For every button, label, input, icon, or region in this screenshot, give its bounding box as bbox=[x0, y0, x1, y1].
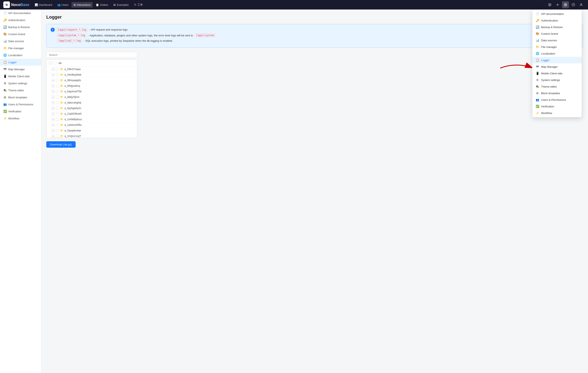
row-expand-btn[interactable]: + bbox=[52, 123, 55, 127]
row-expand-btn[interactable]: + bbox=[52, 129, 55, 132]
tree-row[interactable]: + 📁 a_0j6tg78jxrh bbox=[46, 94, 137, 100]
dropdown-item-workflow[interactable]: ⚡ Workflow bbox=[532, 110, 582, 116]
row-expand-btn[interactable]: + bbox=[52, 73, 55, 76]
row-checkbox[interactable] bbox=[56, 73, 59, 76]
row-expand-btn[interactable]: + bbox=[52, 118, 55, 121]
search-input[interactable] bbox=[46, 52, 137, 58]
sidebar-item-mobile-client[interactable]: 📱 Mobile Client-side bbox=[0, 73, 41, 80]
tree-row[interactable]: + 📁 a_1vh9d6p6uvz bbox=[46, 117, 137, 122]
tree-row[interactable]: + 📁 a_03kr2i7aspu bbox=[46, 66, 137, 72]
user-button[interactable] bbox=[578, 1, 585, 8]
tree-row[interactable]: + 📁 a_0apohzef75b bbox=[46, 89, 137, 94]
dropdown-item-users-permissions[interactable]: 👥 Users & Permissions bbox=[532, 96, 582, 103]
row-checkbox[interactable] bbox=[56, 68, 59, 71]
dropdown-item-api-docs[interactable]: 📄 API documentation bbox=[532, 10, 582, 17]
tree-row[interactable]: + 📁 a_06hrywqiq0c bbox=[46, 78, 137, 83]
download-button[interactable]: Download (.tar.gz) bbox=[46, 141, 76, 148]
mobile-client-dropdown-icon: 📱 bbox=[536, 72, 539, 75]
row-expand-btn[interactable]: + bbox=[52, 95, 55, 99]
file-manager-dropdown-label: File manager bbox=[541, 45, 557, 49]
nav-item-dashboard[interactable]: 📊 Dashboard bbox=[33, 2, 54, 8]
sidebar-item-authentication[interactable]: 🔑 Authentication bbox=[0, 17, 41, 23]
dropdown-item-map-manager[interactable]: 🗺 Map Manager bbox=[532, 63, 582, 70]
app-logo[interactable]: N NocoBase bbox=[3, 1, 29, 8]
map-manager-icon: 🗺 bbox=[3, 68, 7, 71]
code-tag-2: [app]/system_*.log bbox=[57, 33, 87, 37]
row-expand-btn[interactable]: + bbox=[52, 90, 55, 93]
sidebar-item-users-permissions[interactable]: 👥 Users & Permissions bbox=[0, 101, 41, 108]
tree-item-label: a_1vh9d6p6uvz bbox=[64, 118, 82, 121]
sidebar-item-custom-brand[interactable]: 🎨 Custom brand bbox=[0, 31, 41, 38]
nav-item-workorder[interactable]: ⏱ 工单 bbox=[132, 2, 145, 8]
sidebar-item-system-settings[interactable]: ⚙ System settings bbox=[0, 80, 41, 87]
nav-item-orders[interactable]: 📋 Orders bbox=[94, 2, 110, 8]
sidebar-item-logger[interactable]: 📋 Logger bbox=[0, 59, 41, 66]
dropdown-item-custom-brand[interactable]: 🎨 Custom brand bbox=[532, 30, 582, 37]
sidebar-item-api-docs[interactable]: 📄 API documentation bbox=[0, 10, 41, 17]
block-templates-dropdown-label: Block templates bbox=[541, 92, 560, 95]
dropdown-item-file-manager[interactable]: 📁 File manager bbox=[532, 44, 582, 50]
nav-item-users[interactable]: 👥 Users bbox=[55, 2, 71, 8]
tree-header-label: All bbox=[58, 62, 61, 65]
dropdown-item-mobile-client[interactable]: 📱 Mobile Client-side bbox=[532, 70, 582, 77]
help-button[interactable] bbox=[570, 1, 577, 8]
sidebar-item-file-manager[interactable]: 📁 File manager bbox=[0, 45, 41, 52]
workflow-icon: ⚡ bbox=[3, 117, 7, 120]
sidebar-item-backup-restore[interactable]: 🔄 Backup & Restore bbox=[0, 23, 41, 31]
row-expand-btn[interactable]: + bbox=[52, 107, 55, 110]
settings-button[interactable] bbox=[562, 1, 569, 8]
svg-point-3 bbox=[581, 3, 582, 5]
dropdown-item-backup-restore[interactable]: 🔄 Backup & Restore bbox=[532, 24, 582, 30]
row-expand-btn[interactable]: + bbox=[52, 79, 55, 82]
code-tag-2b: [app]/system bbox=[195, 33, 215, 37]
plugin-button[interactable] bbox=[546, 1, 553, 8]
sidebar-item-verification[interactable]: ✅ Verification bbox=[0, 108, 41, 115]
row-checkbox[interactable] bbox=[56, 129, 59, 132]
tree-checkbox-all[interactable] bbox=[54, 62, 57, 64]
row-checkbox[interactable] bbox=[56, 90, 59, 93]
tree-row[interactable]: + 📁 a_2iyyqakukqe bbox=[46, 128, 137, 134]
tree-row[interactable]: + 📁 a_1ydshcw5f9u bbox=[46, 122, 137, 128]
dropdown-item-localization[interactable]: 🌐 Localization bbox=[532, 50, 582, 57]
tree-row[interactable]: + 📁 a_12p825ftmk5 bbox=[46, 111, 137, 117]
tree-row[interactable]: + 📁 a_2n2pnc1xyi7 bbox=[46, 134, 137, 138]
dropdown-item-data-sources[interactable]: 📊 Data sources bbox=[532, 37, 582, 44]
row-checkbox[interactable] bbox=[56, 101, 59, 104]
sidebar-item-theme-editor[interactable]: 🎭 Theme editor bbox=[0, 87, 41, 94]
nav-item-examples[interactable]: 🏛 Examples bbox=[111, 2, 131, 8]
tree-row[interactable]: + 📁 a_06rijynebnq bbox=[46, 83, 137, 89]
dropdown-item-block-templates[interactable]: ⊞ Block templates bbox=[532, 90, 582, 96]
sidebar-item-map-manager[interactable]: 🗺 Map Manager bbox=[0, 66, 41, 73]
row-expand-btn[interactable]: + bbox=[52, 112, 55, 115]
row-checkbox[interactable] bbox=[56, 135, 59, 137]
tree-row[interactable]: + 📁 a_0qkzcahg0ql bbox=[46, 100, 137, 105]
sidebar-item-block-templates[interactable]: ⊞ Block templates bbox=[0, 94, 41, 101]
row-checkbox[interactable] bbox=[56, 96, 59, 99]
sidebar-item-data-sources[interactable]: 📊 Data sources bbox=[0, 38, 41, 45]
row-checkbox[interactable] bbox=[56, 79, 59, 82]
pin-button[interactable] bbox=[554, 1, 561, 8]
custom-brand-dropdown-label: Custom brand bbox=[541, 32, 558, 35]
row-checkbox[interactable] bbox=[56, 118, 59, 121]
system-settings-icon: ⚙ bbox=[3, 82, 7, 85]
tree-row[interactable]: + 📁 a_04z9fey0hdk bbox=[46, 72, 137, 78]
row-expand-btn[interactable]: + bbox=[52, 68, 55, 71]
row-checkbox[interactable] bbox=[56, 107, 59, 110]
sidebar-item-localization[interactable]: 🌐 Localization bbox=[0, 52, 41, 59]
dropdown-item-authentication[interactable]: 🔑 Authentication bbox=[532, 17, 582, 24]
dropdown-item-system-settings[interactable]: ⚙ System settings bbox=[532, 77, 582, 83]
dropdown-item-logger[interactable]: 📋 Logger bbox=[532, 57, 582, 63]
row-expand-btn[interactable]: + bbox=[52, 84, 55, 88]
custom-brand-icon: 🎨 bbox=[3, 32, 7, 36]
dropdown-item-verification[interactable]: ✅ Verification bbox=[532, 103, 582, 110]
row-checkbox[interactable] bbox=[56, 124, 59, 126]
sidebar-item-workflow[interactable]: ⚡ Workflow bbox=[0, 115, 41, 122]
row-expand-btn[interactable]: + bbox=[52, 101, 55, 104]
row-checkbox[interactable] bbox=[56, 112, 59, 115]
tree-expand-all[interactable]: − bbox=[49, 61, 52, 65]
nav-item-interactions[interactable]: ⊞ Interactions bbox=[72, 2, 93, 8]
row-checkbox[interactable] bbox=[56, 84, 59, 87]
dropdown-item-theme-editor[interactable]: 🎭 Theme editor bbox=[532, 83, 582, 90]
tree-row[interactable]: + 📁 a_0yyhgakty2n bbox=[46, 105, 137, 111]
row-expand-btn[interactable]: + bbox=[52, 135, 55, 138]
